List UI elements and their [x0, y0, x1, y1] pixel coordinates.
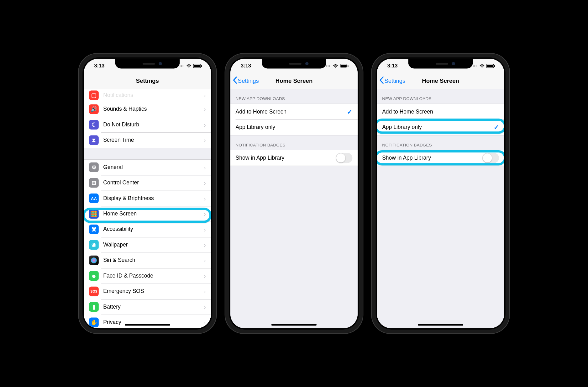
- display-icon: AA: [89, 194, 99, 203]
- settings-row-emergency-sos[interactable]: SOS Emergency SOS ›: [84, 284, 211, 299]
- battery-icon: [340, 64, 349, 68]
- chevron-right-icon: ›: [204, 288, 206, 295]
- ellipsis-icon: •••: [326, 64, 330, 67]
- chevron-right-icon: ›: [204, 272, 206, 280]
- section-header-badges: NOTIFICATION BADGES: [377, 135, 504, 150]
- notch: [408, 59, 473, 68]
- row-label: App Library only: [382, 124, 493, 131]
- status-time: 3:13: [241, 63, 251, 69]
- chevron-right-icon: ›: [204, 241, 206, 249]
- row-label: Notifications: [103, 92, 202, 99]
- section-header-badges: NOTIFICATION BADGES: [230, 135, 358, 150]
- svg-rect-1: [194, 65, 200, 67]
- back-button[interactable]: Settings: [380, 77, 405, 85]
- home-indicator[interactable]: [125, 324, 170, 326]
- settings-row-accessibility[interactable]: ⌘ Accessibility ›: [84, 222, 211, 237]
- svg-rect-4: [340, 65, 347, 67]
- row-label: Show in App Library: [236, 155, 336, 161]
- wifi-icon: [479, 64, 485, 68]
- row-label: App Library only: [236, 124, 353, 131]
- status-time: 3:13: [94, 63, 104, 69]
- nav-title: Home Screen: [422, 77, 459, 84]
- settings-row-privacy[interactable]: ✋ Privacy ›: [84, 315, 211, 328]
- notch: [115, 59, 180, 68]
- phone-homescreen-b: 3:13 ••• Settings Home Screen NEW APP DO…: [371, 53, 510, 334]
- back-label: Settings: [384, 77, 405, 84]
- chevron-right-icon: ›: [204, 164, 206, 171]
- wifi-icon: [333, 64, 339, 68]
- content[interactable]: ▢ Notifications › 🔊 Sounds & Haptics ›☾ …: [84, 89, 211, 328]
- row-add-to-home-screen[interactable]: Add to Home Screen: [377, 104, 504, 119]
- navbar: Settings: [84, 73, 211, 89]
- chevron-right-icon: ›: [204, 319, 206, 326]
- back-button[interactable]: Settings: [233, 77, 259, 85]
- wallpaper-icon: ❀: [89, 240, 99, 250]
- ellipsis-icon: •••: [473, 64, 477, 67]
- settings-row-do-not-disturb[interactable]: ☾ Do Not Disturb ›: [84, 117, 211, 132]
- settings-row-control-center[interactable]: ⊟ Control Center ›: [84, 175, 211, 190]
- home-indicator[interactable]: [418, 324, 463, 326]
- chevron-right-icon: ›: [204, 92, 206, 99]
- status-right: •••: [180, 64, 202, 68]
- chevron-left-icon: [380, 77, 384, 85]
- row-app-library-only[interactable]: App Library only✓: [377, 119, 504, 135]
- battery-icon: [193, 64, 202, 68]
- faceid-icon: ☻: [89, 271, 99, 281]
- row-label: Add to Home Screen: [382, 109, 499, 115]
- row-label: Screen Time: [103, 137, 202, 144]
- settings-row-face-id-passcode[interactable]: ☻ Face ID & Passcode ›: [84, 268, 211, 284]
- settings-row-general[interactable]: ⚙ General ›: [84, 160, 211, 175]
- phone-homescreen-a: 3:13 ••• Settings Home Screen NEW APP DO…: [225, 53, 364, 334]
- privacy-icon: ✋: [89, 318, 99, 327]
- settings-row-sounds-haptics[interactable]: 🔊 Sounds & Haptics ›: [84, 101, 211, 117]
- content[interactable]: NEW APP DOWNLOADS Add to Home Screen✓App…: [230, 89, 358, 328]
- row-label: Siri & Search: [103, 257, 202, 264]
- general-icon: ⚙: [89, 162, 99, 172]
- toggle[interactable]: [482, 153, 499, 163]
- row-label: General: [103, 164, 202, 171]
- row-show-in-app-library[interactable]: Show in App Library: [230, 150, 358, 166]
- settings-row-home-screen[interactable]: Home Screen ›: [84, 206, 211, 221]
- navbar: Settings Home Screen: [230, 73, 358, 89]
- row-label: Accessibility: [103, 226, 202, 233]
- row-label: Battery: [103, 304, 202, 310]
- battery-icon: ▮: [89, 302, 99, 312]
- nav-title: Settings: [136, 77, 159, 84]
- chevron-right-icon: ›: [204, 210, 206, 218]
- row-app-library-only[interactable]: App Library only: [230, 119, 358, 135]
- row-label: Sounds & Haptics: [103, 106, 202, 113]
- settings-row-battery[interactable]: ▮ Battery ›: [84, 299, 211, 315]
- chevron-right-icon: ›: [204, 105, 206, 113]
- row-label: Do Not Disturb: [103, 121, 202, 128]
- settings-row-display-brightness[interactable]: AA Display & Brightness ›: [84, 191, 211, 206]
- settings-row-siri-search[interactable]: Siri & Search ›: [84, 252, 211, 268]
- row-label: Display & Brightness: [103, 195, 202, 202]
- row-show-in-app-library[interactable]: Show in App Library: [377, 150, 504, 166]
- row-label: Control Center: [103, 180, 202, 186]
- row-add-to-home-screen[interactable]: Add to Home Screen✓: [230, 104, 358, 119]
- chevron-right-icon: ›: [204, 257, 206, 264]
- toggle[interactable]: [336, 153, 353, 163]
- siri-icon: [89, 256, 99, 265]
- home-indicator[interactable]: [271, 324, 317, 326]
- settings-row-wallpaper[interactable]: ❀ Wallpaper ›: [84, 237, 211, 252]
- homescreen-icon: [89, 209, 99, 219]
- screentime-icon: ⧗: [89, 135, 99, 145]
- row-label: Face ID & Passcode: [103, 273, 202, 279]
- wifi-icon: [186, 64, 192, 68]
- row-label: Wallpaper: [103, 241, 202, 248]
- row-label: Emergency SOS: [103, 288, 202, 295]
- back-label: Settings: [238, 77, 259, 84]
- settings-row-notifications[interactable]: ▢ Notifications ›: [84, 89, 211, 101]
- content[interactable]: NEW APP DOWNLOADS Add to Home ScreenApp …: [377, 89, 504, 328]
- settings-row-screen-time[interactable]: ⧗ Screen Time ›: [84, 132, 211, 148]
- status-right: •••: [326, 64, 349, 68]
- row-label: Show in App Library: [382, 155, 482, 161]
- chevron-right-icon: ›: [204, 136, 206, 144]
- accessibility-icon: ⌘: [89, 225, 99, 234]
- chevron-right-icon: ›: [204, 303, 206, 311]
- section-header-downloads: NEW APP DOWNLOADS: [230, 89, 358, 103]
- chevron-right-icon: ›: [204, 179, 206, 187]
- sos-icon: SOS: [89, 287, 99, 296]
- svg-rect-5: [348, 65, 349, 67]
